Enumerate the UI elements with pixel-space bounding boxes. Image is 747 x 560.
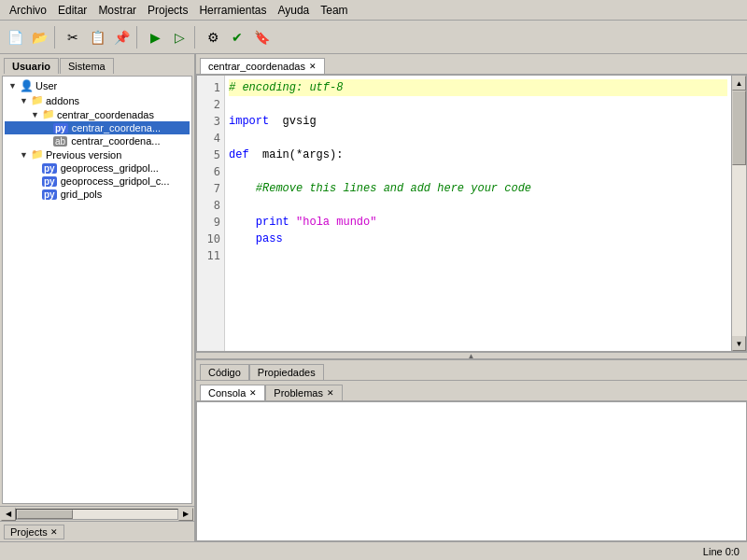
vscroll-track[interactable] (732, 91, 746, 336)
line-numbers: 1 2 3 4 5 6 7 8 9 10 11 (197, 76, 225, 351)
hscroll-track[interactable] (16, 509, 178, 520)
bottom-tabs-row: Código Propiedades (196, 359, 747, 381)
editor-tabs: centrar_coordenadas ✕ (196, 54, 747, 75)
run-button[interactable]: ▶ (144, 26, 166, 49)
line-num-2: 2 (197, 96, 224, 113)
vscroll-thumb[interactable] (732, 91, 746, 165)
line-num-7: 7 (197, 180, 224, 197)
console-area[interactable] (196, 401, 747, 541)
code-def-name: main(*args): (256, 148, 344, 161)
code-indent-9 (229, 216, 256, 229)
code-line-11 (229, 247, 727, 264)
projects-close-icon[interactable]: ✕ (50, 527, 58, 537)
folder-icon-addons: 📁 (31, 94, 44, 106)
tab-problemas[interactable]: Problemas ✕ (265, 385, 343, 400)
tree-label-centrar-folder: centrar_coordenadas (57, 109, 154, 120)
code-content[interactable]: # encoding: utf-8 import gvsig def main(… (225, 76, 731, 351)
line-num-9: 9 (197, 214, 224, 231)
vscroll-down-arrow[interactable]: ▼ (732, 336, 746, 351)
tree-node-centrar-py[interactable]: py centrar_coordena... (5, 121, 190, 134)
expand-centrar-file (42, 136, 53, 146)
py-icon-grid: py (42, 189, 57, 200)
collapse-handle[interactable]: ▲ (196, 352, 747, 359)
toolbar-separator-3 (194, 26, 198, 49)
py-icon-geo1: py (42, 163, 57, 174)
line-num-4: 4 (197, 130, 224, 147)
tree-node-centrar-file[interactable]: ab centrar_coordena... (5, 134, 190, 147)
menu-ayuda[interactable]: Ayuda (272, 2, 315, 19)
problemas-close-icon[interactable]: ✕ (327, 388, 334, 398)
tree-node-grid[interactable]: py grid_pols (5, 188, 190, 201)
content-row: Usuario Sistema ▼ 👤 User ▼ 📁 addons (0, 54, 747, 541)
code-keyword-def: def (229, 148, 249, 161)
tree-label-centrar-py: centrar_coordena... (72, 122, 161, 133)
paste-button[interactable]: 📌 (110, 26, 133, 49)
menu-archivo[interactable]: Archivo (4, 2, 52, 19)
check-button[interactable]: ✔ (226, 26, 248, 49)
menu-team[interactable]: Team (315, 2, 353, 19)
copy-button[interactable]: 📋 (86, 26, 108, 49)
tab-propiedades[interactable]: Propiedades (249, 364, 324, 380)
cut-button[interactable]: ✂ (62, 26, 84, 49)
line-num-3: 3 (197, 113, 224, 130)
new-button[interactable]: 📄 (4, 26, 26, 49)
menu-projects[interactable]: Projects (142, 2, 193, 19)
line-num-6: 6 (197, 163, 224, 180)
editor-tab-close-icon[interactable]: ✕ (309, 62, 317, 71)
code-keyword-import: import (229, 115, 269, 128)
menubar: Archivo Editar Mostrar Projects Herramie… (0, 0, 747, 21)
hscroll-thumb[interactable] (17, 510, 73, 519)
line-num-1: 1 (197, 79, 224, 96)
code-line-2 (229, 96, 727, 113)
debug-button[interactable]: ▷ (168, 26, 190, 49)
scroll-left-arrow[interactable]: ◀ (1, 508, 16, 521)
expand-geo2 (31, 176, 42, 186)
scroll-right-arrow[interactable]: ▶ (178, 508, 193, 521)
star-button[interactable]: 🔖 (250, 26, 273, 49)
menu-editar[interactable]: Editar (52, 2, 92, 19)
editor-tab-centrar[interactable]: centrar_coordenadas ✕ (200, 58, 325, 74)
menu-mostrar[interactable]: Mostrar (92, 2, 142, 19)
code-line-3: import gvsig (229, 113, 727, 130)
open-button[interactable]: 📂 (28, 26, 50, 49)
expand-centrar: ▼ (31, 110, 42, 119)
consola-close-icon[interactable]: ✕ (249, 388, 257, 398)
tree-label-centrar-file: centrar_coordena... (71, 135, 160, 147)
code-line-9: print "hola mundo" (229, 214, 727, 231)
tab-propiedades-label: Propiedades (258, 367, 316, 378)
tree-node-geo1[interactable]: py geoprocess_gridpol... (5, 161, 190, 175)
tree-node-addons[interactable]: ▼ 📁 addons (5, 93, 190, 107)
right-panel: centrar_coordenadas ✕ 1 2 3 4 5 6 7 8 9 … (196, 54, 747, 541)
tree-node-previous[interactable]: ▼ 📁 Previous version (5, 147, 190, 161)
tab-consola[interactable]: Consola ✕ (200, 385, 265, 400)
editor-area: 1 2 3 4 5 6 7 8 9 10 11 # encoding: utf-… (196, 75, 747, 352)
tree-label-grid: grid_pols (61, 189, 103, 200)
vertical-scrollbar: ▲ ▼ (731, 76, 746, 351)
projects-tab[interactable]: Projects ✕ (4, 525, 64, 539)
status-text: Line 0:0 (703, 546, 740, 557)
projects-tab-label: Projects (10, 526, 48, 538)
code-line-7: #Remove this lines and add here your cod… (229, 180, 727, 197)
code-pass-keyword: pass (256, 232, 283, 245)
left-hscrollbar: ◀ ▶ (0, 506, 194, 521)
tab-codigo[interactable]: Código (200, 364, 249, 380)
menu-herramientas[interactable]: Herramientas (193, 2, 272, 19)
tree-node-geo2[interactable]: py geoprocess_gridpol_c... (5, 175, 190, 188)
code-comment-1: # encoding: utf-8 (229, 81, 343, 94)
toolbar-separator-1 (54, 26, 58, 49)
tree-node-centrar-folder[interactable]: ▼ 📁 centrar_coordenadas (5, 107, 190, 121)
tree-node-user[interactable]: ▼ 👤 User (5, 78, 190, 93)
line-num-8: 8 (197, 197, 224, 214)
expand-previous: ▼ (20, 150, 31, 160)
tree-label-user: User (35, 80, 57, 91)
line-num-11: 11 (197, 247, 224, 264)
code-comment-7: #Remove this lines and add here your cod… (256, 182, 531, 195)
build-button[interactable]: ⚙ (202, 26, 224, 49)
code-print-keyword: print (256, 216, 289, 229)
user-icon: 👤 (20, 79, 34, 92)
code-line-5: def main(*args): (229, 147, 727, 163)
tab-usuario[interactable]: Usuario (4, 58, 59, 74)
tab-sistema[interactable]: Sistema (60, 58, 114, 74)
vscroll-up-arrow[interactable]: ▲ (732, 76, 746, 91)
tree-label-previous: Previous version (46, 149, 121, 161)
